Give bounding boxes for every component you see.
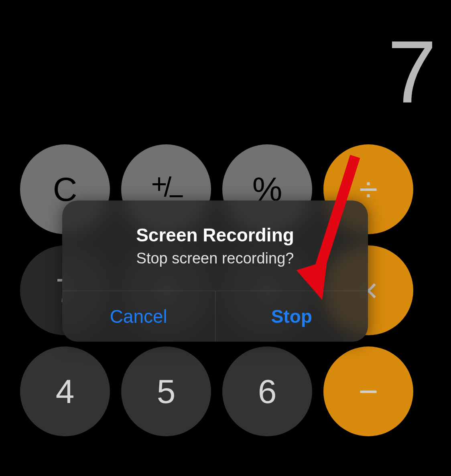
dialog-message: Stop screen recording? xyxy=(136,250,294,267)
modal-overlay: Screen Recording Stop screen recording? … xyxy=(0,0,451,476)
screen-recording-dialog: Screen Recording Stop screen recording? … xyxy=(62,201,368,342)
dialog-content: Screen Recording Stop screen recording? xyxy=(62,201,368,291)
stop-button[interactable]: Stop xyxy=(215,291,368,342)
dialog-title: Screen Recording xyxy=(136,224,294,246)
cancel-button[interactable]: Cancel xyxy=(62,291,215,342)
dialog-buttons: Cancel Stop xyxy=(62,291,368,342)
calculator-screen: 7 C +/− % ÷ 7 8 9 × 4 5 6 − xyxy=(0,0,451,476)
